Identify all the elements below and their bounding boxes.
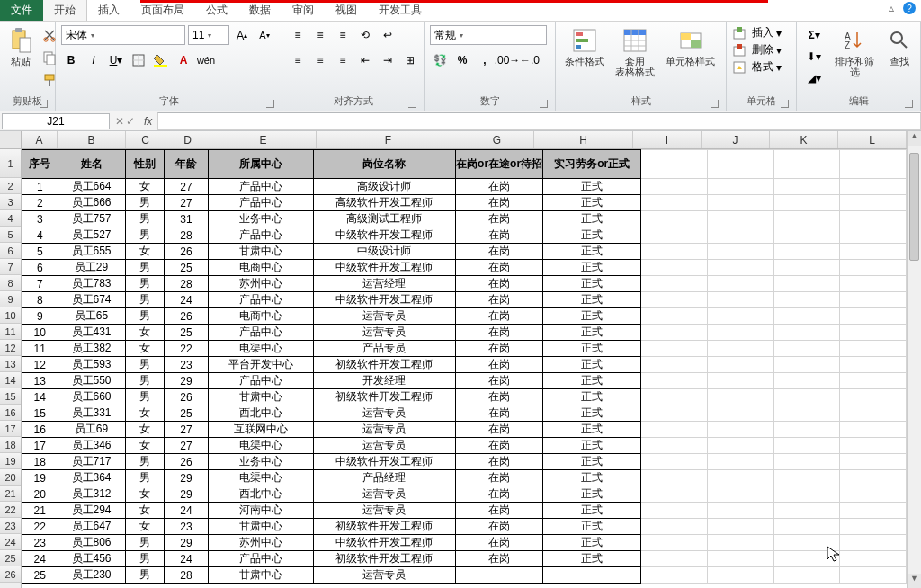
col-header-H[interactable]: H bbox=[534, 131, 633, 148]
row-header-12[interactable]: 12 bbox=[0, 340, 21, 356]
table-row[interactable]: 22员工647女23甘肃中心初级软件开发工程师在岗正式 bbox=[22, 519, 907, 535]
font-color-button[interactable]: A bbox=[174, 50, 193, 70]
table-row[interactable]: 25员工230男28甘肃中心运营专员 bbox=[22, 567, 907, 584]
cell[interactable] bbox=[456, 567, 543, 584]
cell[interactable]: 16 bbox=[22, 422, 58, 438]
format-as-table-button[interactable]: 套用 表格格式 bbox=[612, 25, 658, 79]
cell[interactable]: 男 bbox=[125, 195, 164, 211]
table-row[interactable]: 7员工783男28苏州中心运营经理在岗正式 bbox=[22, 276, 907, 292]
cell[interactable]: 员工647 bbox=[58, 519, 125, 535]
cell[interactable]: 中级软件开发工程师 bbox=[313, 292, 455, 308]
cell[interactable]: 员工29 bbox=[58, 260, 125, 276]
cell[interactable]: 初级软件开发工程师 bbox=[313, 551, 455, 567]
table-row[interactable]: 19员工364男29电渠中心产品经理在岗正式 bbox=[22, 470, 907, 486]
cell[interactable]: 运营专员 bbox=[313, 567, 455, 584]
cell[interactable]: 高级设计师 bbox=[313, 179, 455, 195]
row-header-13[interactable]: 13 bbox=[0, 356, 21, 372]
cell[interactable]: 在岗 bbox=[456, 470, 543, 486]
cell[interactable]: 中级软件开发工程师 bbox=[313, 454, 455, 470]
tab-插入[interactable]: 插入 bbox=[87, 0, 130, 21]
cell[interactable]: 产品中心 bbox=[209, 195, 314, 211]
fill-icon[interactable]: ⬇▾ bbox=[802, 47, 826, 67]
cell[interactable]: 在岗 bbox=[456, 373, 543, 389]
table-row[interactable]: 4员工527男28产品中心中级软件开发工程师在岗正式 bbox=[22, 227, 907, 244]
row-header-26[interactable]: 26 bbox=[0, 566, 21, 583]
tab-开发工具[interactable]: 开发工具 bbox=[368, 0, 433, 21]
cell[interactable]: 员工331 bbox=[58, 405, 125, 422]
name-box[interactable]: J21 bbox=[2, 113, 110, 129]
cell[interactable]: 员工346 bbox=[58, 438, 125, 454]
cell[interactable]: 28 bbox=[164, 276, 208, 292]
cell[interactable]: 甘肃中心 bbox=[209, 389, 314, 405]
cell[interactable]: 正式 bbox=[543, 422, 641, 438]
cell[interactable]: 产品中心 bbox=[209, 551, 314, 567]
select-all-corner[interactable] bbox=[0, 131, 22, 149]
cell[interactable]: 14 bbox=[22, 389, 58, 405]
table-row[interactable]: 2员工666男27产品中心高级软件开发工程师在岗正式 bbox=[22, 195, 907, 211]
cell[interactable]: 产品中心 bbox=[209, 227, 314, 244]
col-header-B[interactable]: B bbox=[58, 131, 126, 148]
currency-icon[interactable]: 💱 bbox=[430, 50, 450, 70]
cell[interactable]: 员工364 bbox=[58, 470, 125, 486]
cell[interactable]: 员工664 bbox=[58, 179, 125, 195]
cell[interactable]: 男 bbox=[125, 454, 164, 470]
col-header-L[interactable]: L bbox=[838, 131, 907, 148]
table-row[interactable]: 24员工456男24产品中心初级软件开发工程师在岗正式 bbox=[22, 551, 907, 567]
cell[interactable]: 员工382 bbox=[58, 341, 125, 357]
cell[interactable]: 29 bbox=[164, 535, 208, 551]
cell[interactable]: 24 bbox=[22, 551, 58, 567]
table-row[interactable]: 12员工593男23平台开发中心初级软件开发工程师在岗正式 bbox=[22, 357, 907, 373]
cell[interactable]: 正式 bbox=[543, 244, 641, 260]
row-header-16[interactable]: 16 bbox=[0, 405, 21, 421]
cell[interactable]: 26 bbox=[164, 244, 208, 260]
cell[interactable]: 男 bbox=[125, 276, 164, 292]
cell[interactable]: 员工550 bbox=[58, 373, 125, 389]
cell[interactable]: 员工230 bbox=[58, 567, 125, 584]
cell[interactable]: 在岗 bbox=[456, 276, 543, 292]
formula-input[interactable] bbox=[157, 112, 921, 130]
row-header-10[interactable]: 10 bbox=[0, 307, 21, 324]
align-right-icon[interactable]: ≡ bbox=[333, 50, 353, 70]
align-bottom-icon[interactable]: ≡ bbox=[333, 25, 353, 45]
cell[interactable]: 初级软件开发工程师 bbox=[313, 389, 455, 405]
cell[interactable]: 中级软件开发工程师 bbox=[313, 535, 455, 551]
cell[interactable]: 28 bbox=[164, 227, 208, 244]
vertical-scrollbar[interactable]: ▲ ▼ bbox=[907, 131, 921, 588]
cell[interactable]: 在岗 bbox=[456, 357, 543, 373]
cell[interactable]: 男 bbox=[125, 357, 164, 373]
fx-icon[interactable]: fx bbox=[139, 115, 157, 128]
table-row[interactable]: 9员工65男26电商中心运营专员在岗正式 bbox=[22, 308, 907, 325]
row-header-14[interactable]: 14 bbox=[0, 372, 21, 388]
cell[interactable]: 正式 bbox=[543, 325, 641, 341]
col-header-A[interactable]: A bbox=[22, 131, 58, 148]
cell[interactable]: 业务中心 bbox=[209, 454, 314, 470]
table-row[interactable]: 1员工664女27产品中心高级设计师在岗正式 bbox=[22, 179, 907, 195]
scroll-up-icon[interactable]: ▲ bbox=[908, 131, 921, 146]
cell[interactable]: 23 bbox=[164, 357, 208, 373]
increase-decimal-icon[interactable]: .00→ bbox=[497, 50, 517, 70]
cell[interactable]: 正式 bbox=[543, 179, 641, 195]
italic-button[interactable]: I bbox=[84, 50, 103, 70]
cell[interactable]: 27 bbox=[164, 438, 208, 454]
col-header-E[interactable]: E bbox=[210, 131, 317, 148]
cell[interactable]: 正式 bbox=[543, 292, 641, 308]
cell[interactable]: 员工660 bbox=[58, 389, 125, 405]
table-row[interactable]: 13员工550男29产品中心开发经理在岗正式 bbox=[22, 373, 907, 389]
cell[interactable]: 22 bbox=[164, 341, 208, 357]
row-header-4[interactable]: 4 bbox=[0, 210, 21, 227]
cell[interactable]: 在岗 bbox=[456, 244, 543, 260]
table-row[interactable]: 5员工655女26甘肃中心中级设计师在岗正式 bbox=[22, 244, 907, 260]
cell[interactable]: 产品中心 bbox=[209, 325, 314, 341]
cell[interactable]: 在岗 bbox=[456, 405, 543, 422]
cell[interactable]: 在岗 bbox=[456, 260, 543, 276]
cell[interactable]: 员工431 bbox=[58, 325, 125, 341]
decrease-indent-icon[interactable]: ⇤ bbox=[355, 50, 375, 70]
cell[interactable]: 产品中心 bbox=[209, 373, 314, 389]
cell[interactable]: 在岗 bbox=[456, 519, 543, 535]
cell[interactable]: 员工806 bbox=[58, 535, 125, 551]
cell[interactable]: 互联网中心 bbox=[209, 422, 314, 438]
cell[interactable]: 女 bbox=[125, 486, 164, 503]
col-header-I[interactable]: I bbox=[633, 131, 702, 148]
tab-审阅[interactable]: 审阅 bbox=[282, 0, 325, 21]
cell[interactable]: 甘肃中心 bbox=[209, 244, 314, 260]
